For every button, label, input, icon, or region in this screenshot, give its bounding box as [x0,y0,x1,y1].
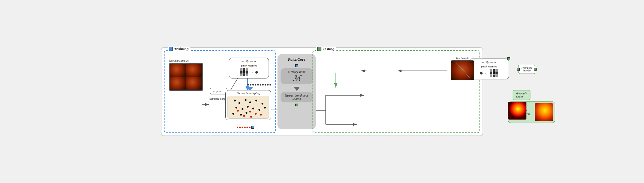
nominal-samples-label: Nominal Samples [169,59,188,62]
sample-cell-3 [170,77,186,90]
phi-i-label: φᵢ [213,90,215,93]
phi-i1-label: φᵢ₊₁ [216,90,221,93]
lap-test-connector [507,57,510,60]
anomaly-seg-image [535,103,553,121]
bottom-dots-row [237,126,254,129]
training-box: Training Nominal Samples φᵢ φᵢ₊₁ ... Pre… [164,50,276,133]
patch-feature-visual-test: ← [472,69,506,77]
patch-grid-train [240,68,248,76]
training-label: Training [168,47,190,51]
sample-cell-1 [170,64,186,77]
pretrained-encoder-test: Pretrained Encoder [518,65,535,74]
memory-to-nn-arrow [294,87,300,91]
memory-bank-box: Memory Bank ℳ [281,68,313,84]
test-sample-image [451,60,474,80]
svg-rect-20 [508,102,526,120]
sample-cell-4 [186,77,202,90]
green-square-icon [317,47,321,51]
patch-grid-test [490,69,498,77]
pretrained-encoder-train: φᵢ φᵢ₊₁ ... Pretrained Encoder [210,88,227,94]
patchcore-title: PatchCore [288,57,305,62]
anomaly-score-box: Anomaly Score [513,90,530,100]
coreset-subsampling: Coreset Subsampling [225,90,271,120]
encoder-test-connector-right [534,68,537,71]
blue-square-icon [169,47,173,51]
arrow-right-icon: → [250,70,254,74]
lap-features-train: locally aware patch features → [229,58,269,78]
test-sample-container: Test Sample [451,56,474,80]
encoder-test-connector-left [517,68,520,71]
feature-dot-test [480,72,483,74]
nearest-neighbour-box: Nearest Neighbour Search [281,92,313,102]
lap-features-test: locally aware patch features ← [469,59,509,79]
feature-dot [255,71,258,74]
svg-line-19 [456,62,470,78]
patchcore-top-connector [295,64,298,67]
sample-cell-2 [186,64,202,77]
nominal-samples-grid [169,63,203,91]
patchcore-bottom-connector [295,104,298,106]
patchcore-box: PatchCore Memory Bank ℳ Nearest Neighbou… [277,54,316,129]
patch-feature-visual-train: → [232,68,266,76]
ellipsis-label: ... [222,90,224,93]
coreset-plot [227,96,269,119]
blue-square-connector [251,126,254,129]
arrow-left-icon: ← [484,71,488,75]
anomaly-segmentation-box: Anomaly Segmentation [508,101,555,123]
main-diagram: Training Nominal Samples φᵢ φᵢ₊₁ ... Pre… [161,47,483,136]
testing-label: Testing [316,47,336,51]
testing-box: Testing locally aware patch features ← [312,50,480,133]
dots-row-train [247,84,271,86]
